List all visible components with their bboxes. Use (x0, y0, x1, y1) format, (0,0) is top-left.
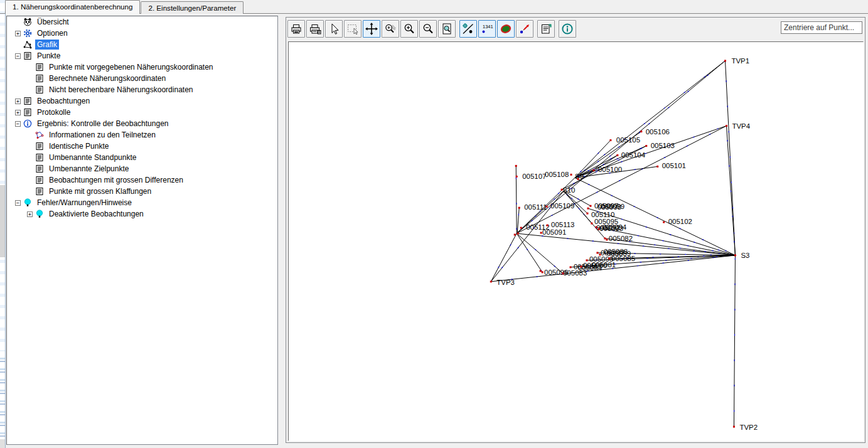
list-icon (23, 51, 32, 60)
list-icon (35, 187, 44, 196)
observation-line (734, 255, 735, 427)
tab-bar: 1. Näherungskoordinatenberechnung 2. Ein… (5, 0, 244, 14)
list-icon (35, 85, 44, 94)
tree-expander-minus[interactable]: − (15, 121, 21, 127)
point-marker (547, 225, 549, 227)
numbers-icon (480, 22, 494, 36)
graphics-canvas[interactable]: TVP1TVP4S3TVP2TVP30051060051050051030051… (288, 41, 864, 441)
tree-item-informationen-zu-den-teilnetzen[interactable]: Informationen zu den Teilnetzen (7, 129, 277, 141)
observation-line (725, 61, 735, 255)
tree-item-beobachtungen[interactable]: +Beobachtungen (7, 95, 277, 107)
tree-item-punkte-mit-grossen-klaffungen[interactable]: Punkte mit grossen Klaffungen (7, 186, 277, 197)
list-icon (35, 153, 44, 162)
point-label: 005109 (550, 202, 574, 210)
tree-expander-none (27, 166, 33, 172)
tree-item-label: Beobachtungen (35, 96, 92, 106)
toggle-point-numbers-button[interactable] (478, 20, 496, 38)
tree-item-grafik[interactable]: Grafik (7, 39, 277, 50)
tree-expander-none (27, 65, 33, 70)
point-marker (606, 239, 608, 241)
zoom-select-button[interactable] (382, 20, 399, 38)
vector-icon (518, 22, 532, 36)
tree-item-umbenannte-standpunkte[interactable]: Umbenannte Standpunkte (7, 152, 277, 163)
tree-item-protokolle[interactable]: +Protokolle (7, 107, 277, 118)
list-icon (35, 142, 44, 151)
tab-naeherungskoordinatenberechnung[interactable]: 1. Näherungskoordinatenberechnung (5, 0, 140, 14)
tree-item-label: Nicht berechenbare Näherungskoordinaten (47, 85, 195, 95)
zoom-fit-button[interactable] (438, 20, 456, 38)
point-marker (645, 145, 647, 147)
zoom-in-button[interactable] (400, 20, 418, 38)
point-label: TVP2 (739, 424, 758, 431)
select-marquee-button[interactable] (344, 20, 362, 38)
point-label: 005091 (542, 228, 566, 236)
navigation-tree: Übersicht+OptionenGrafik−PunktePunkte mi… (6, 16, 278, 445)
center-on-point-input[interactable] (781, 21, 862, 34)
select-cursor-button[interactable] (325, 20, 343, 38)
point-marker (734, 254, 736, 256)
point-label: S3 (741, 252, 749, 259)
print-button[interactable] (287, 20, 305, 38)
tree-item-umbenannte-zielpunkte[interactable]: Umbenannte Zielpunkte (7, 163, 277, 174)
zoom-out-button[interactable] (419, 20, 437, 38)
tree-item-optionen[interactable]: +Optionen (7, 28, 277, 39)
toggle-vectors-button[interactable] (516, 20, 533, 38)
tree-expander-plus[interactable]: + (15, 99, 21, 104)
tree-item-label: Punkte (35, 51, 62, 61)
observation-line (517, 208, 519, 233)
print-setup-button[interactable] (306, 20, 324, 38)
tree-item-label: Umbenannte Standpunkte (47, 152, 138, 163)
tree-expander-plus[interactable]: + (27, 211, 33, 217)
tree-item-deaktivierte-beobachtungen[interactable]: +Deaktivierte Beobachtungen (7, 208, 277, 220)
list-icon (35, 74, 44, 83)
linespoints-icon (461, 22, 475, 36)
point-marker (542, 271, 544, 273)
zoomsel-icon (383, 22, 397, 36)
point-marker (640, 131, 642, 132)
pan-button[interactable] (363, 20, 380, 38)
tree-item-label: Grafik (35, 40, 59, 50)
network-plot: TVP1TVP4S3TVP2TVP30051060051050051030051… (289, 42, 863, 440)
point-marker (514, 234, 516, 236)
info2-icon (560, 22, 574, 36)
toggle-ellipses-button[interactable] (497, 20, 515, 38)
tree-item-ergebnis-kontrolle-der-beobachtungen[interactable]: −Ergebnis: Kontrolle der Beobachtungen (7, 118, 277, 129)
tree-expander-minus[interactable]: − (15, 200, 21, 206)
tree-item-bersicht[interactable]: Übersicht (7, 16, 277, 28)
point-label: TVP3 (496, 279, 515, 286)
tree-expander-plus[interactable]: + (15, 110, 21, 115)
point-marker (580, 265, 582, 267)
tree-expander-none (27, 76, 33, 82)
point-marker (540, 232, 542, 234)
tree-item-label: Beobachtungen mit grossen Differenzen (47, 175, 185, 185)
info-button[interactable] (559, 20, 576, 38)
tree-item-berechnete-n-herungskoordinaten[interactable]: Berechnete Näherungskoordinaten (7, 73, 277, 84)
tree-item-punkte[interactable]: −Punkte (7, 50, 277, 61)
point-label: 005103 (651, 142, 675, 149)
tree-expander-minus[interactable]: − (15, 53, 21, 59)
point-marker (724, 60, 726, 61)
tree-item-fehler-warnungen-hinweise[interactable]: −Fehler/Warnungen/Hinweise (7, 197, 277, 208)
point-marker (609, 139, 611, 141)
tree-expander-none (15, 19, 21, 25)
marquee-icon (346, 22, 360, 36)
observation-line (575, 61, 725, 178)
point-marker (733, 426, 735, 428)
toggle-lines-points-button[interactable] (459, 20, 477, 38)
properties-button[interactable] (537, 20, 555, 38)
point-label: 005113 (551, 221, 574, 228)
tree-item-punkte-mit-vorgegebenen-n-herungskoordinat[interactable]: Punkte mit vorgegebenen Näherungskoordin… (7, 61, 277, 73)
graphics-toolbar (287, 19, 577, 39)
point-marker (515, 165, 517, 167)
point-label: 005101 (662, 162, 686, 169)
tree-item-identische-punkte[interactable]: Identische Punkte (7, 141, 277, 152)
tree-item-nicht-berechenbare-n-herungskoordinaten[interactable]: Nicht berechenbare Näherungskoordinaten (7, 84, 277, 95)
tree-item-beobachtungen-mit-grossen-differenzen[interactable]: Beobachtungen mit grossen Differenzen (7, 174, 277, 186)
point-label: 005105 (616, 136, 640, 144)
observation-line (517, 233, 542, 272)
props-icon (539, 22, 553, 36)
tree-expander-none (27, 144, 33, 149)
tree-expander-plus[interactable]: + (15, 31, 21, 36)
tree-expander-none (27, 178, 33, 183)
tab-einstellungen-parameter[interactable]: 2. Einstellungen/Parameter (141, 1, 244, 14)
